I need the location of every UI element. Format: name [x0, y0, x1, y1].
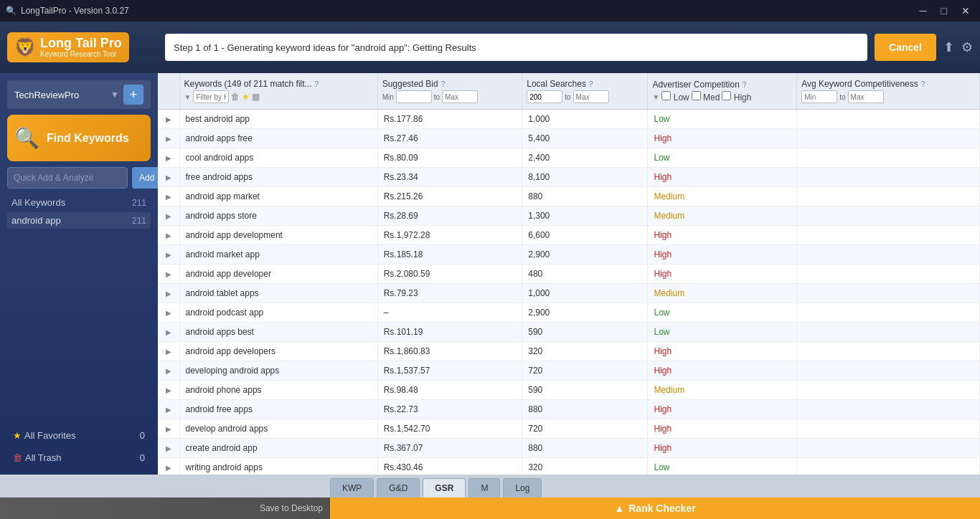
- row-avg: [797, 206, 980, 226]
- clear-filter-icon[interactable]: 🗑: [231, 92, 240, 102]
- table-row[interactable]: ▶ android app development Rs.1,972.28 6,…: [158, 226, 980, 245]
- bid-min-input[interactable]: [396, 90, 432, 103]
- row-avg: [797, 129, 980, 148]
- keyword-filter-input[interactable]: [193, 90, 229, 103]
- settings-button[interactable]: ⚙: [961, 39, 973, 55]
- maximize-button[interactable]: □: [937, 4, 951, 18]
- rank-checker-button[interactable]: ▲ Rank Checker: [330, 497, 980, 519]
- row-expand: ▶: [158, 148, 179, 168]
- avg-min-input[interactable]: [801, 90, 837, 103]
- table-row[interactable]: ▶ develop android apps Rs.1,542.70 720 H…: [158, 419, 980, 439]
- row-avg: [797, 303, 980, 323]
- minimize-button[interactable]: ─: [915, 4, 931, 18]
- searches-min-input[interactable]: [527, 90, 562, 103]
- table-row[interactable]: ▶ free android apps Rs.23.34 8,100 High: [158, 168, 980, 187]
- row-competition: High: [648, 361, 797, 381]
- star-icon: ★All Favorites: [13, 430, 76, 441]
- quick-add-row: Add: [7, 167, 151, 189]
- favorite-filter-icon[interactable]: ★: [242, 92, 250, 102]
- add-profile-button[interactable]: +: [123, 85, 143, 105]
- comp-help-icon[interactable]: ?: [743, 81, 747, 89]
- row-avg: [797, 148, 980, 168]
- searches-max-input[interactable]: [573, 90, 609, 103]
- cancel-button[interactable]: Cancel: [875, 34, 936, 61]
- table-row[interactable]: ▶ android podcast app – 2,900 Low: [158, 303, 980, 323]
- rank-checker-label: Rank Checker: [628, 503, 695, 514]
- low-checkbox[interactable]: [661, 91, 671, 100]
- table-row[interactable]: ▶ android market app Rs.185.18 2,900 Hig…: [158, 245, 980, 265]
- row-searches: 880: [522, 400, 648, 419]
- table-row[interactable]: ▶ android apps free Rs.27.46 5,400 High: [158, 129, 980, 148]
- avg-max-input[interactable]: [848, 90, 884, 103]
- table-row[interactable]: ▶ android apps store Rs.28.69 1,300 Medi…: [158, 206, 980, 226]
- table-row[interactable]: ▶ android app developers Rs.1,860.83 320…: [158, 342, 980, 361]
- table-row[interactable]: ▶ create android app Rs.367.07 880 High: [158, 439, 980, 458]
- table-row[interactable]: ▶ android app market Rs.215.26 880 Mediu…: [158, 187, 980, 206]
- table-row[interactable]: ▶ best android app Rs.177.86 1,000 Low: [158, 110, 980, 129]
- logo-text: Long Tail ProKeyword Research Tool: [40, 37, 122, 59]
- logo-box: 🦁 Long Tail ProKeyword Research Tool: [7, 32, 129, 63]
- row-competition: Low: [648, 458, 797, 475]
- row-searches: 2,900: [522, 303, 648, 323]
- row-searches: 1,000: [522, 110, 648, 129]
- keyword-list-item[interactable]: android app 211: [7, 212, 151, 229]
- row-competition: Medium: [648, 284, 797, 303]
- all-favorites-item[interactable]: ★All Favorites 0: [7, 426, 151, 445]
- find-keywords-button[interactable]: 🔍 Find Keywords: [7, 115, 151, 161]
- table-row[interactable]: ▶ android app developer Rs.2,080.59 480 …: [158, 265, 980, 284]
- med-checkbox[interactable]: [692, 91, 701, 100]
- quick-add-input[interactable]: [7, 167, 128, 189]
- th-keywords: Keywords (149 of 211 match filt... ? ▼ 🗑…: [179, 73, 377, 110]
- searches-help-icon[interactable]: ?: [589, 80, 593, 88]
- row-searches: 320: [522, 458, 648, 475]
- row-keyword: android app development: [179, 226, 377, 245]
- row-avg: [797, 342, 980, 361]
- content-area: Keywords (149 of 211 match filt... ? ▼ 🗑…: [158, 73, 980, 475]
- high-checkbox[interactable]: [722, 91, 731, 100]
- bid-col-label: Suggested Bid: [382, 79, 438, 89]
- table-row[interactable]: ▶ android apps best Rs.101.19 590 Low: [158, 323, 980, 342]
- tab-m[interactable]: M: [468, 478, 500, 497]
- row-keyword: create android app: [179, 439, 377, 458]
- table-row[interactable]: ▶ writing android apps Rs.430.46 320 Low: [158, 458, 980, 475]
- table-row[interactable]: ▶ cool android apps Rs.80.09 2,400 Low: [158, 148, 980, 168]
- row-competition: Low: [648, 303, 797, 323]
- bottom-tabs: KWP G&D GSR M Log: [0, 475, 980, 497]
- avg-help-icon[interactable]: ?: [921, 80, 925, 88]
- all-trash-item[interactable]: 🗑All Trash 0: [7, 448, 151, 467]
- all-keywords-header[interactable]: All Keywords 211: [7, 194, 151, 211]
- row-bid: Rs.101.19: [377, 323, 522, 342]
- toolbar: 🦁 Long Tail ProKeyword Research Tool Ste…: [0, 22, 980, 73]
- share-button[interactable]: ⬆: [943, 39, 954, 55]
- row-bid: Rs.28.69: [377, 206, 522, 226]
- tab-gsr[interactable]: GSR: [423, 478, 466, 497]
- profile-row[interactable]: TechReviewPro ▼ +: [7, 80, 151, 109]
- table-container[interactable]: Keywords (149 of 211 match filt... ? ▼ 🗑…: [158, 73, 980, 475]
- row-competition: High: [648, 419, 797, 439]
- table-row[interactable]: ▶ android phone apps Rs.98.48 590 Medium: [158, 381, 980, 400]
- high-label: High: [722, 91, 751, 103]
- keywords-help-icon[interactable]: ?: [315, 80, 319, 88]
- table-row[interactable]: ▶ android free apps Rs.22.73 880 High: [158, 400, 980, 419]
- title-bar-controls[interactable]: ─ □ ✕: [915, 4, 974, 18]
- bid-help-icon[interactable]: ?: [441, 80, 446, 88]
- row-competition: High: [648, 439, 797, 458]
- row-avg: [797, 419, 980, 439]
- title-bar-icon: 🔍: [6, 6, 17, 16]
- row-keyword: develop android apps: [179, 419, 377, 439]
- grid-icon[interactable]: ▦: [252, 92, 260, 102]
- row-bid: Rs.367.07: [377, 439, 522, 458]
- low-label: Low: [661, 91, 689, 103]
- table-row[interactable]: ▶ android tablet apps Rs.79.23 1,000 Med…: [158, 284, 980, 303]
- table-row[interactable]: ▶ developing android apps Rs.1,537.57 72…: [158, 361, 980, 381]
- th-advertiser-comp: Advertiser Competition ? ▼ Low Med High: [648, 73, 797, 110]
- tab-log[interactable]: Log: [503, 478, 542, 497]
- tab-kwp[interactable]: KWP: [330, 478, 374, 497]
- bid-max-input[interactable]: [442, 90, 478, 103]
- tab-gd[interactable]: G&D: [377, 478, 420, 497]
- save-desktop-link[interactable]: Save to Desktop: [260, 503, 323, 513]
- logo-area: 🦁 Long Tail ProKeyword Research Tool: [7, 32, 158, 63]
- close-button[interactable]: ✕: [957, 4, 974, 18]
- row-expand: ▶: [158, 187, 179, 206]
- th-expand: [158, 73, 179, 110]
